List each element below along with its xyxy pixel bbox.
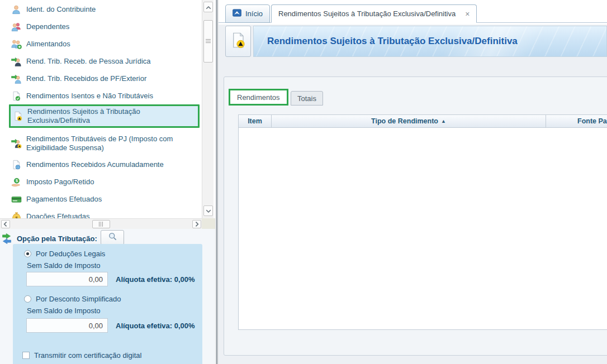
sidebar-item-label: Rendimentos Sujeitos à Tributação Exclus… bbox=[27, 107, 198, 125]
chevron-down-icon bbox=[205, 206, 212, 216]
people-icon bbox=[11, 22, 22, 32]
scroll-up-button[interactable] bbox=[203, 2, 213, 12]
saldo-status-text: Sem Saldo de Imposto bbox=[27, 306, 101, 315]
sidebar-vertical-scrollbar[interactable] bbox=[202, 0, 214, 218]
sidebar-item-rend-trib-pf-exterior[interactable]: Rend. Trib. Recebidos de PF/Exterior bbox=[0, 70, 200, 87]
tax-option-label: Opção pela Tributação: bbox=[17, 234, 97, 243]
hand-coin-icon: $ bbox=[11, 177, 22, 187]
table-header-row: Item Tipo de Rendimento ▲ Fonte Pag bbox=[238, 114, 607, 128]
radio-label: Por Deduções Legais bbox=[36, 250, 105, 258]
main-area: Início Rendimentos Sujeitos à Tributação… bbox=[219, 0, 607, 364]
document-check-icon bbox=[11, 91, 22, 101]
sidebar-item-label: Rend. Trib. Receb. de Pessoa Jurídica bbox=[26, 57, 151, 66]
document-warning-icon bbox=[230, 32, 246, 51]
sidebar-item-label: Alimentandos bbox=[26, 40, 70, 49]
checkbox-icon[interactable] bbox=[22, 352, 30, 359]
sidebar-item-label: Rend. Trib. Recebidos de PF/Exterior bbox=[26, 74, 146, 83]
horizontal-scrollbar-thumb[interactable] bbox=[92, 220, 110, 228]
tax-option-panel: Por Deduções Legais Sem Saldo de Imposto… bbox=[13, 244, 202, 364]
table-body-empty bbox=[238, 128, 607, 330]
tax-option-search-button[interactable] bbox=[101, 230, 124, 245]
sidebar-item-label: Ident. do Contribuinte bbox=[26, 5, 96, 14]
rendimentos-table: Item Tipo de Rendimento ▲ Fonte Pag bbox=[238, 114, 607, 330]
document-warning-icon bbox=[12, 111, 23, 121]
people-plus-icon bbox=[11, 39, 22, 49]
content-panel: Rendimentos Totais Item Tipo de Rendimen… bbox=[224, 76, 607, 356]
radio-option-desconto-simplificado[interactable]: Por Desconto Simplificado bbox=[24, 295, 121, 303]
tax-option-section: Opção pela Tributação: Por Deduções Lega… bbox=[0, 229, 215, 364]
arrow-person-warning-icon bbox=[11, 138, 22, 149]
sidebar-item-rend-sujeitos-tributacao-exclusiva[interactable]: Rendimentos Sujeitos à Tributação Exclus… bbox=[9, 104, 200, 128]
chevron-left-icon bbox=[3, 219, 8, 229]
tab-totais[interactable]: Totais bbox=[291, 91, 323, 106]
desconto-amount-field[interactable] bbox=[26, 318, 108, 333]
sidebar-item-pagamentos-efetuados[interactable]: Pagamentos Efetuados bbox=[0, 190, 200, 208]
sidebar-item-label: Pagamentos Efetuados bbox=[26, 195, 102, 204]
tab-rendimentos[interactable]: Rendimentos bbox=[229, 89, 288, 106]
sidebar-menu: Ident. do Contribuinte Dependentes Alime… bbox=[0, 0, 202, 219]
chevron-right-icon bbox=[195, 219, 199, 229]
vertical-scrollbar-thumb[interactable] bbox=[203, 20, 213, 63]
search-icon bbox=[108, 232, 117, 243]
column-header-item[interactable]: Item bbox=[239, 115, 271, 127]
sidebar-item-rend-tributaveis-pj-suspensa[interactable]: Rendimentos Tributáveis de PJ (Imposto c… bbox=[0, 132, 200, 155]
sidebar-item-rend-isentos[interactable]: Rendimentos Isentos e Não Tributáveis bbox=[0, 87, 200, 104]
sidebar-item-label: Rendimentos Recebidos Acumuladamente bbox=[26, 160, 164, 169]
aliquota-efetiva-text: Alíquota efetiva: 0,00% bbox=[116, 275, 195, 284]
sidebar-item-doacoes-efetuadas[interactable]: $ Doações Efetuadas bbox=[0, 208, 200, 219]
thumb-grip bbox=[206, 39, 211, 44]
sidebar-horizontal-scrollbar[interactable] bbox=[0, 218, 202, 229]
transmit-digital-cert-option[interactable]: Transmitir com certificação digital bbox=[22, 351, 141, 360]
scroll-left-button[interactable] bbox=[1, 220, 10, 228]
page-title: Rendimentos Sujeitos à Tributação Exclus… bbox=[267, 36, 518, 47]
column-label: Tipo de Rendimento bbox=[371, 117, 438, 125]
exchange-arrows-icon bbox=[1, 233, 12, 245]
page-header-icon-box bbox=[225, 26, 251, 57]
thumb-grip bbox=[99, 222, 103, 227]
app-logo-icon bbox=[233, 8, 241, 19]
svg-text:$: $ bbox=[16, 178, 18, 183]
tab-rendimentos-exclusiva[interactable]: Rendimentos Sujeitos à Tributação Exclus… bbox=[271, 4, 477, 23]
tab-inicio[interactable]: Início bbox=[225, 4, 270, 23]
sidebar-item-rend-recebidos-acumuladamente[interactable]: Rendimentos Recebidos Acumuladamente bbox=[0, 156, 200, 173]
sidebar-item-ident-contribuinte[interactable]: Ident. do Contribuinte bbox=[0, 1, 200, 18]
chevron-up-icon bbox=[205, 2, 212, 12]
irpf-app-window: Ident. do Contribuinte Dependentes Alime… bbox=[0, 0, 607, 364]
money-bag-icon: $ bbox=[11, 212, 22, 219]
radio-icon[interactable] bbox=[24, 250, 31, 257]
radio-option-deducoes-legais[interactable]: Por Deduções Legais bbox=[24, 250, 105, 258]
column-label: Fonte Pag bbox=[577, 117, 607, 125]
arrow-person-icon bbox=[11, 74, 22, 84]
saldo-status-text: Sem Saldo de Imposto bbox=[27, 261, 101, 270]
radio-icon[interactable] bbox=[24, 295, 31, 303]
arrow-person-dark-icon bbox=[11, 56, 22, 66]
sidebar-item-rend-trib-pj[interactable]: Rend. Trib. Receb. de Pessoa Jurídica bbox=[0, 52, 200, 70]
sidebar: Ident. do Contribuinte Dependentes Alime… bbox=[0, 0, 215, 364]
tab-label: Rendimentos Sujeitos à Tributação Exclus… bbox=[278, 9, 456, 18]
scroll-right-button[interactable] bbox=[192, 220, 201, 228]
page-header-band: Rendimentos Sujeitos à Tributação Exclus… bbox=[253, 26, 607, 57]
sidebar-item-label: Rendimentos Tributáveis de PJ (Imposto c… bbox=[26, 135, 200, 152]
column-header-fonte-pagadora[interactable]: Fonte Pag bbox=[546, 115, 607, 127]
tab-label: Rendimentos bbox=[237, 93, 280, 102]
deducoes-amount-field[interactable] bbox=[26, 272, 108, 286]
scroll-down-button[interactable] bbox=[203, 205, 213, 216]
sidebar-item-label: Imposto Pago/Retido bbox=[26, 178, 94, 186]
column-header-tipo-de-rendimento[interactable]: Tipo de Rendimento ▲ bbox=[271, 115, 546, 127]
close-tab-icon[interactable]: × bbox=[465, 10, 470, 18]
sidebar-item-imposto-pago-retido[interactable]: $ Imposto Pago/Retido bbox=[0, 173, 200, 190]
tab-label: Início bbox=[245, 9, 263, 18]
checkbox-label: Transmitir com certificação digital bbox=[34, 351, 141, 360]
aliquota-efetiva-text: Alíquota efetiva: 0,00% bbox=[116, 322, 195, 330]
sidebar-item-label: Rendimentos Isentos e Não Tributáveis bbox=[26, 92, 153, 100]
scrollbar-corner bbox=[202, 218, 215, 229]
sidebar-item-label: Dependentes bbox=[26, 22, 69, 31]
person-icon bbox=[11, 4, 22, 15]
column-label: Item bbox=[248, 117, 262, 125]
radio-label: Por Desconto Simplificado bbox=[36, 295, 121, 303]
sidebar-item-dependentes[interactable]: Dependentes bbox=[0, 18, 200, 35]
sidebar-item-alimentandos[interactable]: Alimentandos bbox=[0, 35, 200, 52]
document-globe-icon bbox=[11, 160, 22, 170]
sort-ascending-icon: ▲ bbox=[441, 118, 446, 124]
tab-label: Totais bbox=[297, 94, 316, 103]
